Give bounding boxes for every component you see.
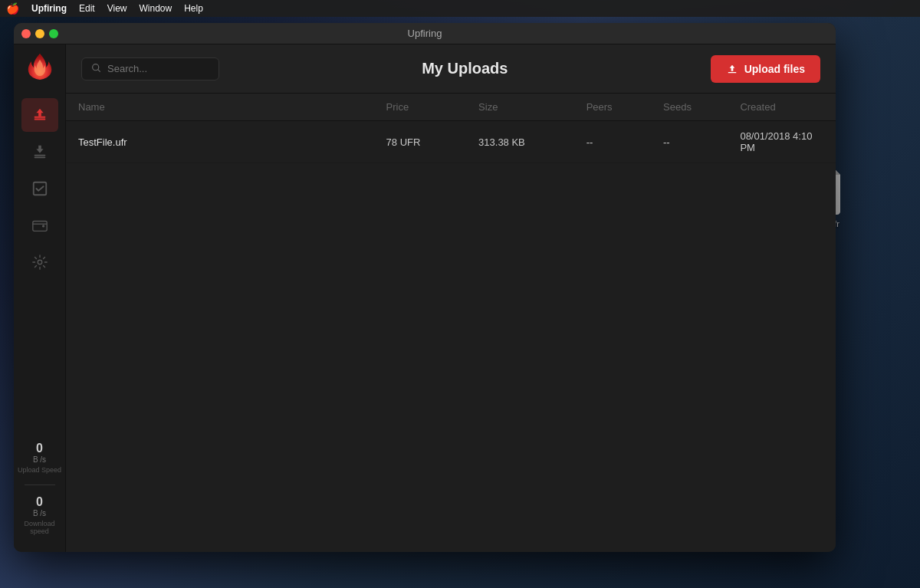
main-layout: 0 B /s Upload Speed 0 B /s Download spee… [14, 44, 836, 552]
svg-rect-1 [34, 119, 45, 120]
svg-rect-3 [34, 156, 45, 158]
tasks-nav-icon [31, 180, 48, 197]
col-size: Size [466, 94, 574, 121]
files-table: Name Price Size Peers Seeds Created Test… [66, 94, 836, 163]
col-name: Name [66, 94, 374, 121]
col-price: Price [374, 94, 466, 121]
upload-button-icon [726, 63, 738, 75]
search-box[interactable] [81, 57, 219, 80]
page-title: My Uploads [422, 60, 508, 77]
flame-icon [28, 54, 52, 81]
sidebar-nav [21, 98, 58, 438]
app-menu-edit[interactable]: Edit [79, 3, 95, 14]
table-row[interactable]: TestFile.ufr78 UFR313.38 KB----08/01/201… [66, 121, 836, 163]
download-speed-unit: B /s [17, 508, 63, 518]
table-header: Name Price Size Peers Seeds Created [66, 94, 836, 121]
svg-rect-2 [34, 155, 45, 156]
content-area: My Uploads Upload files Name Price [66, 44, 836, 552]
upload-speed-value: 0 [17, 442, 63, 455]
sidebar-item-tasks[interactable] [21, 172, 58, 205]
svg-rect-8 [728, 72, 736, 73]
speed-divider [25, 485, 55, 485]
table-body: TestFile.ufr78 UFR313.38 KB----08/01/201… [66, 121, 836, 163]
wallet-nav-icon [31, 217, 48, 234]
settings-nav-icon [31, 254, 48, 271]
col-created: Created [728, 94, 836, 121]
apple-menu[interactable]: 🍎 [6, 2, 19, 15]
menubar: 🍎 Upfiring Edit View Window Help [0, 0, 920, 17]
download-nav-icon [31, 143, 48, 160]
svg-point-6 [38, 260, 42, 264]
svg-rect-5 [32, 222, 46, 232]
upload-speed-label: Upload Speed [17, 466, 63, 474]
sidebar-item-settings[interactable] [21, 245, 58, 279]
upload-speed-widget: 0 B /s Upload Speed [17, 438, 63, 478]
sidebar-item-downloads[interactable] [21, 135, 58, 169]
upload-button-label: Upload files [744, 63, 805, 75]
download-speed-value: 0 [17, 496, 63, 508]
maximize-button[interactable] [49, 29, 58, 38]
content-header: My Uploads Upload files [66, 44, 836, 94]
col-peers: Peers [574, 94, 651, 121]
cell-3: -- [574, 121, 651, 163]
cell-0: TestFile.ufr [66, 121, 374, 163]
search-icon [91, 63, 101, 75]
app-menu-upfiring[interactable]: Upfiring [31, 3, 67, 14]
cell-4: -- [651, 121, 728, 163]
sidebar-item-wallet[interactable] [21, 209, 58, 242]
download-speed-label: Download speed [17, 520, 63, 535]
traffic-lights [21, 29, 58, 38]
upload-speed-unit: B /s [17, 455, 63, 465]
upload-nav-icon [31, 107, 48, 123]
cell-2: 313.38 KB [466, 121, 574, 163]
svg-rect-0 [34, 117, 45, 118]
download-speed-widget: 0 B /s Download speed [17, 491, 63, 540]
close-button[interactable] [21, 29, 31, 38]
col-seeds: Seeds [651, 94, 728, 121]
cell-1: 78 UFR [374, 121, 466, 163]
search-input[interactable] [107, 63, 209, 74]
minimize-button[interactable] [35, 29, 44, 38]
app-menu-view[interactable]: View [107, 3, 127, 14]
sidebar: 0 B /s Upload Speed 0 B /s Download spee… [14, 44, 66, 552]
upload-files-button[interactable]: Upload files [711, 55, 820, 83]
window-title: Upfiring [408, 28, 442, 39]
files-table-container: Name Price Size Peers Seeds Created Test… [66, 94, 836, 552]
sidebar-item-uploads[interactable] [21, 98, 58, 132]
app-window: Upfiring [14, 23, 836, 552]
app-logo [25, 52, 55, 83]
cell-5: 08/01/2018 4:10 PM [728, 121, 836, 163]
title-bar: Upfiring [14, 23, 836, 44]
sidebar-bottom: 0 B /s Upload Speed 0 B /s Download spee… [17, 438, 63, 552]
app-menu-window[interactable]: Window [139, 3, 172, 14]
app-menu-help[interactable]: Help [184, 3, 203, 14]
